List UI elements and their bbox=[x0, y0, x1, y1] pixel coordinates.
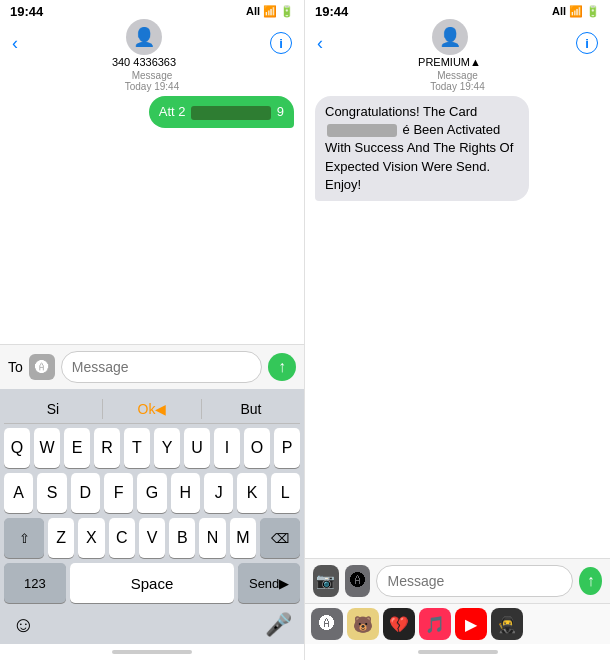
key-shift[interactable]: ⇧ bbox=[4, 518, 44, 558]
key-w[interactable]: W bbox=[34, 428, 60, 468]
key-u[interactable]: U bbox=[184, 428, 210, 468]
left-msg-timestamp: MessageToday 19:44 bbox=[10, 70, 294, 92]
key-o[interactable]: O bbox=[244, 428, 270, 468]
right-wifi-icon: 📶 bbox=[569, 5, 583, 18]
key-r[interactable]: R bbox=[94, 428, 120, 468]
right-home-bar bbox=[418, 650, 498, 654]
key-backspace[interactable]: ⌫ bbox=[260, 518, 300, 558]
kb-bottom-row: ☺ 🎤 bbox=[4, 608, 300, 640]
left-info-button[interactable]: i bbox=[270, 32, 292, 54]
right-avatar: 👤 bbox=[432, 19, 468, 55]
right-appstore-icon[interactable]: 🅐 bbox=[345, 565, 371, 597]
kb-row-4: 123 Space Send▶ bbox=[4, 563, 300, 603]
right-input-bar: 📷 🅐 ↑ bbox=[305, 558, 610, 603]
key-p[interactable]: P bbox=[274, 428, 300, 468]
key-f[interactable]: F bbox=[104, 473, 133, 513]
left-redacted-1 bbox=[191, 106, 271, 120]
left-back-button[interactable]: ‹ bbox=[12, 33, 18, 54]
autocomplete-si[interactable]: Si bbox=[4, 399, 103, 419]
right-icon-music[interactable]: 🎵 bbox=[419, 608, 451, 640]
key-n[interactable]: N bbox=[199, 518, 225, 558]
left-contact-center: 👤 340 4336363 bbox=[112, 19, 176, 68]
right-nav-bar: ‹ 👤 PREMIUM▲ i bbox=[305, 22, 610, 66]
key-d[interactable]: D bbox=[71, 473, 100, 513]
key-c[interactable]: C bbox=[109, 518, 135, 558]
left-status-icons: All 📶 🔋 bbox=[246, 5, 294, 18]
key-s[interactable]: S bbox=[37, 473, 66, 513]
key-send[interactable]: Send▶ bbox=[238, 563, 300, 603]
right-bubble-row-received: Congratulations! The Card é Been Activat… bbox=[315, 96, 600, 201]
key-i[interactable]: I bbox=[214, 428, 240, 468]
kb-row-3: ⇧ Z X C V B N M ⌫ bbox=[4, 518, 300, 558]
left-messages-area: MessageToday 19:44 Att 2 9 bbox=[0, 66, 304, 344]
right-screen: 19:44 All 📶 🔋 ‹ 👤 PREMIUM▲ i MessageToda… bbox=[305, 0, 610, 660]
right-back-button[interactable]: ‹ bbox=[317, 33, 323, 54]
right-info-button[interactable]: i bbox=[576, 32, 598, 54]
left-autocomplete-row: Si Ok◀ But bbox=[4, 395, 300, 424]
key-x[interactable]: X bbox=[78, 518, 104, 558]
right-home-indicator bbox=[305, 644, 610, 660]
right-battery-icon: 🔋 bbox=[586, 5, 600, 18]
right-signal-icon: All bbox=[552, 5, 566, 17]
key-123[interactable]: 123 bbox=[4, 563, 66, 603]
key-t[interactable]: T bbox=[124, 428, 150, 468]
key-k[interactable]: K bbox=[237, 473, 266, 513]
left-time: 19:44 bbox=[10, 4, 43, 19]
left-appstore-icon[interactable]: 🅐 bbox=[29, 354, 55, 380]
key-q[interactable]: Q bbox=[4, 428, 30, 468]
autocomplete-but[interactable]: But bbox=[202, 399, 300, 419]
kb-row-2: A S D F G H J K L bbox=[4, 473, 300, 513]
mic-icon[interactable]: 🎤 bbox=[265, 612, 292, 638]
right-msg-timestamp: MessageToday 19:44 bbox=[315, 70, 600, 92]
key-j[interactable]: J bbox=[204, 473, 233, 513]
right-icon-heart[interactable]: 💔 bbox=[383, 608, 415, 640]
left-screen: 19:44 All 📶 🔋 ‹ 👤 340 4336363 i MessageT… bbox=[0, 0, 305, 660]
left-input-bar: To 🅐 ↑ bbox=[0, 344, 304, 389]
right-camera-icon[interactable]: 📷 bbox=[313, 565, 339, 597]
left-nav-bar: ‹ 👤 340 4336363 i bbox=[0, 22, 304, 66]
right-status-icons: All 📶 🔋 bbox=[552, 5, 600, 18]
right-send-button[interactable]: ↑ bbox=[579, 567, 602, 595]
key-a[interactable]: A bbox=[4, 473, 33, 513]
key-y[interactable]: Y bbox=[154, 428, 180, 468]
key-space[interactable]: Space bbox=[70, 563, 235, 603]
key-b[interactable]: B bbox=[169, 518, 195, 558]
left-message-input[interactable] bbox=[61, 351, 262, 383]
key-g[interactable]: G bbox=[137, 473, 166, 513]
right-icon-appstore[interactable]: 🅐 bbox=[311, 608, 343, 640]
left-signal-icon: All bbox=[246, 5, 260, 17]
key-h[interactable]: H bbox=[171, 473, 200, 513]
right-bottom-icons-bar: 🅐 🐻 💔 🎵 ▶ 🥷 bbox=[305, 603, 610, 644]
right-redacted-1 bbox=[327, 124, 397, 137]
autocomplete-ok[interactable]: Ok◀ bbox=[103, 399, 202, 419]
key-m[interactable]: M bbox=[230, 518, 256, 558]
left-bubble-row-sent: Att 2 9 bbox=[10, 96, 294, 128]
right-bubble-received: Congratulations! The Card é Been Activat… bbox=[315, 96, 529, 201]
right-icon-youtube[interactable]: ▶ bbox=[455, 608, 487, 640]
right-messages-area: MessageToday 19:44 Congratulations! The … bbox=[305, 66, 610, 558]
left-home-bar bbox=[112, 650, 192, 654]
right-contact-center: 👤 PREMIUM▲ bbox=[418, 19, 481, 68]
left-battery-icon: 🔋 bbox=[280, 5, 294, 18]
emoji-icon[interactable]: ☺ bbox=[12, 612, 34, 638]
right-icon-avatar[interactable]: 🥷 bbox=[491, 608, 523, 640]
right-time: 19:44 bbox=[315, 4, 348, 19]
key-v[interactable]: V bbox=[139, 518, 165, 558]
left-home-indicator bbox=[0, 644, 304, 660]
right-icon-memoji[interactable]: 🐻 bbox=[347, 608, 379, 640]
left-keyboard: Si Ok◀ But Q W E R T Y U I O P A S D F G… bbox=[0, 389, 304, 644]
key-l[interactable]: L bbox=[271, 473, 300, 513]
key-z[interactable]: Z bbox=[48, 518, 74, 558]
left-bubble-sent: Att 2 9 bbox=[149, 96, 294, 128]
left-avatar: 👤 bbox=[126, 19, 162, 55]
right-message-input[interactable] bbox=[376, 565, 573, 597]
left-wifi-icon: 📶 bbox=[263, 5, 277, 18]
left-to-label: To bbox=[8, 359, 23, 375]
key-e[interactable]: E bbox=[64, 428, 90, 468]
kb-row-1: Q W E R T Y U I O P bbox=[4, 428, 300, 468]
left-send-button[interactable]: ↑ bbox=[268, 353, 296, 381]
